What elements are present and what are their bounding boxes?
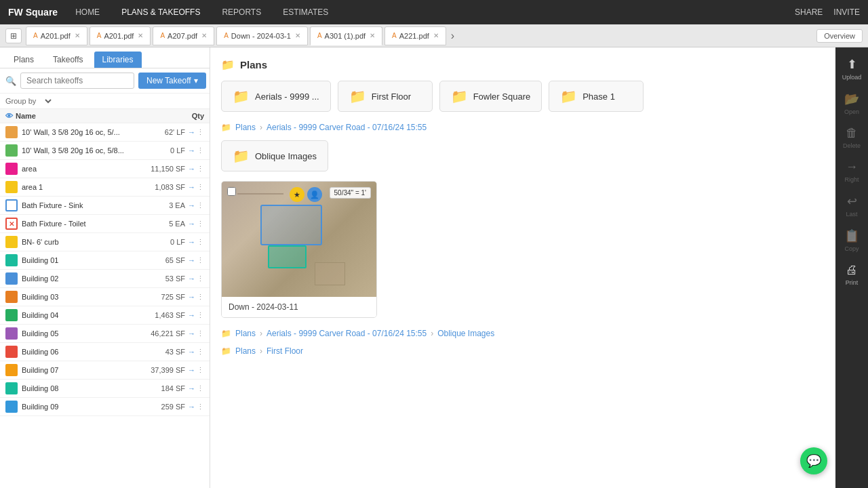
main-content: 📁 Plans 📁 Aerials - 9999 ... 📁 First Flo… [210, 47, 835, 488]
close-tab-1[interactable]: ✕ [75, 32, 80, 39]
plan-select-checkbox[interactable] [227, 187, 236, 196]
list-item[interactable]: 10' Wall, 3 5/8 20g 16 oc, 5/... 62' LF … [0, 123, 210, 142]
plan-card-down[interactable]: 50/34" = 1' ★ 👤 Down - 2024-03-11 [221, 181, 377, 318]
sidebar-tab-libraries[interactable]: Libraries [94, 52, 142, 68]
search-input[interactable] [20, 73, 134, 89]
tab-a207[interactable]: A A207.pdf ✕ [153, 26, 214, 45]
nav-estimates[interactable]: ESTIMATES [279, 5, 332, 20]
nav-reports[interactable]: REPORTS [218, 5, 265, 20]
breadcrumb-plans-link-2[interactable]: Plans [235, 329, 256, 338]
tab-a221[interactable]: A A221.pdf ✕ [384, 26, 446, 45]
new-takeoff-label: New Takeoff [146, 76, 191, 85]
chat-button[interactable]: 💬 [800, 447, 827, 474]
item-more-icon-2[interactable]: ⋮ [197, 146, 204, 155]
more-tabs-button[interactable]: › [451, 30, 454, 42]
close-tab-5[interactable]: ✕ [370, 32, 375, 39]
invite-button[interactable]: INVITE [833, 7, 860, 17]
copy-button[interactable]: 📋 Copy [837, 224, 867, 256]
breadcrumb-plans-link-1[interactable]: Plans [235, 123, 256, 132]
list-item[interactable]: Building 09 259 SF → ⋮ [0, 398, 210, 416]
breadcrumb-plans-link-3[interactable]: Plans [235, 346, 256, 356]
groupby-select[interactable] [40, 96, 54, 106]
item-name-16: Building 09 [22, 403, 148, 411]
item-icon-5 [5, 199, 18, 211]
item-qty-7: 0 LF [148, 238, 185, 246]
breadcrumb-folder-icon-2: 📁 [221, 329, 231, 338]
folder-oblique-images[interactable]: 📁 Oblique Images [221, 140, 328, 171]
upload-button[interactable]: ⬆ Upload [837, 53, 867, 85]
item-more-icon-14[interactable]: ⋮ [197, 366, 204, 375]
breadcrumb-aerials-link[interactable]: Aerials - 9999 Carver Road - 07/16/24 15… [267, 123, 427, 132]
list-item[interactable]: area 1 1,083 SF → ⋮ [0, 178, 210, 197]
item-more-icon-8[interactable]: ⋮ [197, 256, 204, 265]
sidebar-tab-takeoffs[interactable]: Takeoffs [45, 52, 91, 68]
plan-star-button[interactable]: ★ [290, 187, 304, 202]
list-item[interactable]: Building 05 46,221 SF → ⋮ [0, 325, 210, 343]
nav-home[interactable]: HOME [71, 5, 104, 20]
new-takeoff-button[interactable]: New Takeoff ▾ [138, 73, 206, 89]
list-item[interactable]: Building 01 65 SF → ⋮ [0, 251, 210, 270]
plan-checkbox[interactable] [227, 187, 236, 198]
list-item[interactable]: Building 06 43 SF → ⋮ [0, 343, 210, 361]
breadcrumb-aerials-link-2[interactable]: Aerials - 9999 Carver Road - 07/16/24 15… [267, 329, 427, 338]
delete-button[interactable]: 🗑 Delete [837, 122, 867, 153]
folder-icon-fowler-square: 📁 [451, 88, 468, 104]
sidebar-tab-plans[interactable]: Plans [5, 52, 42, 68]
open-label: Open [844, 108, 859, 115]
overview-dropdown[interactable]: Overview [816, 29, 863, 43]
folder-first-floor[interactable]: 📁 First Floor [338, 81, 433, 112]
item-more-icon-5[interactable]: ⋮ [197, 201, 204, 210]
plan-label: Down - 2024-03-11 [222, 297, 376, 317]
item-more-icon-16[interactable]: ⋮ [197, 403, 204, 411]
folder-icon-oblique: 📁 [233, 148, 250, 164]
item-more-icon-12[interactable]: ⋮ [197, 329, 204, 338]
nav-plans-takeoffs[interactable]: PLANS & TAKEOFFS [117, 5, 204, 20]
item-more-icon-10[interactable]: ⋮ [197, 293, 204, 302]
right-button[interactable]: → Right [837, 156, 867, 187]
list-item[interactable]: BN- 6' curb 0 LF → ⋮ [0, 233, 210, 251]
list-item[interactable]: Building 02 53 SF → ⋮ [0, 270, 210, 288]
print-button[interactable]: 🖨 Print [837, 259, 867, 290]
share-button[interactable]: SHARE [795, 7, 823, 17]
list-item[interactable]: Building 04 1,463 SF → ⋮ [0, 306, 210, 325]
last-button[interactable]: ↩ Last [837, 190, 867, 222]
close-tab-4[interactable]: ✕ [295, 32, 300, 39]
tab-a301[interactable]: A A301 (1).pdf ✕ [310, 26, 382, 45]
item-more-icon-1[interactable]: ⋮ [197, 128, 204, 137]
close-tab-6[interactable]: ✕ [433, 32, 439, 39]
right-icon: → [846, 160, 858, 174]
item-more-icon-11[interactable]: ⋮ [197, 311, 204, 320]
item-more-icon-7[interactable]: ⋮ [197, 238, 204, 247]
folder-phase1[interactable]: 📁 Phase 1 [549, 81, 644, 112]
item-more-icon-13[interactable]: ⋮ [197, 348, 204, 357]
tab-a201-1[interactable]: A A201.pdf ✕ [26, 26, 87, 45]
list-item[interactable]: area 11,150 SF → ⋮ [0, 160, 210, 178]
grid-view-button[interactable]: ⊞ [5, 28, 22, 43]
item-more-icon-3[interactable]: ⋮ [197, 165, 204, 174]
breadcrumb-folder-icon-1: 📁 [221, 123, 231, 132]
list-item[interactable]: Bath Fixture - Sink 3 EA → ⋮ [0, 197, 210, 215]
eye-icon: 👁 [5, 112, 13, 120]
item-qty-8: 65 SF [148, 256, 185, 264]
breadcrumb-first-floor-link[interactable]: First Floor [267, 346, 303, 356]
tab-down[interactable]: A Down - 2024-03-1 ✕ [216, 26, 308, 45]
close-tab-3[interactable]: ✕ [201, 32, 207, 39]
list-item[interactable]: 10' Wall, 3 5/8 20g 16 oc, 5/8... 0 LF →… [0, 142, 210, 160]
close-tab-2[interactable]: ✕ [138, 32, 143, 39]
sidebar-tab-bar: Plans Takeoffs Libraries [0, 47, 210, 68]
breadcrumb-oblique-link[interactable]: Oblique Images [437, 329, 494, 338]
plan-user-button[interactable]: 👤 [307, 187, 322, 202]
folder-fowler-square[interactable]: 📁 Fowler Square [439, 81, 542, 112]
list-item[interactable]: Building 08 184 SF → ⋮ [0, 380, 210, 398]
item-more-icon-4[interactable]: ⋮ [197, 183, 204, 192]
list-item[interactable]: ✕ Bath Fixture - Toilet 5 EA → ⋮ [0, 215, 210, 233]
list-item[interactable]: Building 03 725 SF → ⋮ [0, 288, 210, 306]
item-more-icon-15[interactable]: ⋮ [197, 384, 204, 393]
folder-aerials[interactable]: 📁 Aerials - 9999 ... [221, 81, 331, 112]
list-item[interactable]: Building 07 37,399 SF → ⋮ [0, 361, 210, 380]
item-arrow-icon-1: → [188, 128, 195, 136]
item-more-icon-6[interactable]: ⋮ [197, 220, 204, 228]
tab-a201-2[interactable]: A A201.pdf ✕ [90, 26, 151, 45]
item-more-icon-9[interactable]: ⋮ [197, 274, 204, 283]
open-button[interactable]: 📂 Open [837, 87, 867, 119]
